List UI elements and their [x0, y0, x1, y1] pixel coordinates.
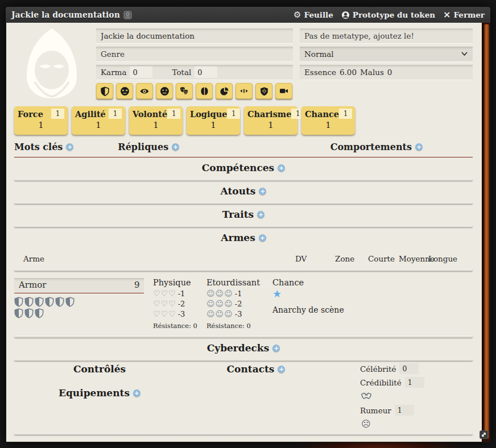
- heart-icon[interactable]: ♡: [161, 289, 168, 297]
- attribute-card-logique[interactable]: Logique 1: [187, 106, 240, 135]
- attribute-value: 1: [305, 120, 352, 130]
- heart-icon[interactable]: ♡: [161, 310, 168, 318]
- neutral-face-button[interactable]: [156, 83, 173, 99]
- traits-section-header: Traits +: [14, 204, 473, 225]
- pie-chart-button[interactable]: [216, 83, 233, 99]
- resistance-value: 0: [193, 322, 197, 330]
- add-trait-button[interactable]: +: [257, 211, 264, 218]
- frown-icon[interactable]: ☹: [361, 420, 371, 429]
- metatype-input[interactable]: [300, 28, 473, 43]
- essence-value: 6.00: [340, 68, 357, 77]
- attribute-card-volonte[interactable]: Volonté 1: [129, 106, 183, 135]
- heart-icon[interactable]: ♡: [168, 310, 176, 318]
- sheet-button-label: Feuille: [304, 10, 333, 19]
- attribute-chance-input[interactable]: [339, 109, 352, 119]
- karma-row: Karma Total: [96, 65, 293, 80]
- attribute-label: Logique: [190, 109, 227, 119]
- heart-icon[interactable]: ♡: [168, 300, 176, 308]
- shield-icon[interactable]: [24, 297, 34, 307]
- shield-icon: [100, 86, 110, 96]
- credibilite-label: Crédibilité: [360, 378, 402, 387]
- heart-icon[interactable]: ♡: [161, 300, 168, 308]
- metatype-select[interactable]: Normal: [300, 47, 473, 61]
- video-camera-button[interactable]: [275, 83, 292, 99]
- scrollbar-thumb[interactable]: [484, 24, 489, 439]
- smiley-icon[interactable]: ☺: [224, 300, 233, 308]
- armor-shields: [14, 297, 81, 318]
- col-longue: Longue: [428, 254, 473, 263]
- token-prototype-button[interactable]: Prototype du token: [341, 10, 435, 19]
- attribute-force-input[interactable]: [51, 109, 64, 119]
- add-arme-button[interactable]: +: [259, 234, 266, 242]
- attribute-card-force[interactable]: Force 1: [14, 106, 68, 135]
- shield-icon[interactable]: [14, 297, 23, 307]
- attribute-card-chance[interactable]: Chance 1: [301, 106, 355, 135]
- scrollbar-track[interactable]: [482, 23, 490, 442]
- resize-arrow-icon: [481, 432, 487, 438]
- shield-icon[interactable]: [35, 297, 44, 307]
- add-cyberdeck-button[interactable]: +: [272, 345, 280, 352]
- smiley-icon[interactable]: ☺: [206, 300, 215, 308]
- eye-button[interactable]: [136, 83, 153, 99]
- sheet-button[interactable]: ⚙ Feuille: [294, 10, 333, 19]
- shield-icon[interactable]: [14, 308, 23, 318]
- brain-button[interactable]: [196, 83, 213, 99]
- add-atout-button[interactable]: +: [259, 188, 266, 195]
- penalty: -2: [235, 300, 242, 308]
- add-replique-button[interactable]: +: [172, 143, 179, 151]
- add-contact-button[interactable]: +: [278, 366, 285, 373]
- dizzy-face-button[interactable]: [116, 83, 133, 99]
- genre-input[interactable]: [96, 47, 293, 61]
- heart-icon[interactable]: ♡: [168, 289, 176, 297]
- handshake-icon[interactable]: [361, 392, 371, 400]
- resize-horizontal-button[interactable]: [235, 83, 253, 99]
- total-input[interactable]: [195, 67, 217, 78]
- attribute-volonte-input[interactable]: [167, 109, 180, 119]
- gear-icon: ⚙: [294, 11, 301, 19]
- shield-icon[interactable]: [55, 297, 64, 307]
- smiley-icon[interactable]: ☺: [206, 289, 215, 297]
- theater-masks-button[interactable]: [176, 83, 193, 99]
- smiley-icon[interactable]: ☺: [224, 289, 233, 297]
- add-equipement-button[interactable]: +: [133, 389, 140, 397]
- attribute-card-charisme[interactable]: Charisme 1: [244, 106, 297, 135]
- shield-icon[interactable]: [65, 297, 75, 307]
- heart-icon[interactable]: ♡: [153, 300, 160, 308]
- attribute-card-agilite[interactable]: Agilité 1: [72, 106, 125, 135]
- shield-icon[interactable]: [35, 308, 44, 318]
- attribute-logique-input[interactable]: [227, 109, 240, 119]
- rumeur-input[interactable]: [395, 405, 414, 416]
- shield-button[interactable]: [96, 83, 113, 99]
- smiley-icon[interactable]: ☺: [216, 310, 224, 318]
- smiley-icon[interactable]: ☺: [216, 300, 224, 308]
- armor-underline: [14, 293, 144, 293]
- shield-icon[interactable]: [24, 308, 34, 318]
- name-input[interactable]: [96, 28, 293, 43]
- physique-monitor: Physique ♡♡♡ -1 ♡♡♡ -2 ♡♡♡ -3 Résistance…: [153, 278, 197, 330]
- user-circle-icon: [341, 11, 350, 19]
- window-title: Jackie la documentation: [11, 10, 120, 19]
- add-mot-cle-button[interactable]: +: [66, 143, 73, 151]
- resize-handle[interactable]: [480, 430, 488, 439]
- karma-input[interactable]: [130, 67, 152, 78]
- credibilite-input[interactable]: [405, 377, 424, 388]
- smiley-icon[interactable]: ☺: [216, 289, 224, 297]
- close-button[interactable]: × Fermer: [443, 10, 485, 19]
- attribute-agilite-input[interactable]: [109, 109, 122, 119]
- shield-icon[interactable]: [45, 297, 54, 307]
- armes-title: Armes: [221, 232, 255, 243]
- shield-virus-button[interactable]: [255, 83, 272, 99]
- penalty: -3: [178, 310, 185, 318]
- brain-icon: [200, 86, 209, 96]
- add-comportement-button[interactable]: +: [415, 143, 423, 151]
- armor-name-input[interactable]: [14, 278, 134, 292]
- smiley-icon[interactable]: ☺: [206, 310, 215, 318]
- character-portrait[interactable]: [14, 26, 89, 101]
- heart-icon[interactable]: ♡: [153, 310, 160, 318]
- celebrite-input[interactable]: [399, 363, 419, 374]
- heart-icon[interactable]: ♡: [153, 289, 160, 297]
- attribute-value: 1: [190, 120, 237, 130]
- star-icon[interactable]: ★: [272, 288, 282, 300]
- add-competence-button[interactable]: +: [278, 164, 285, 172]
- smiley-icon[interactable]: ☺: [224, 310, 233, 318]
